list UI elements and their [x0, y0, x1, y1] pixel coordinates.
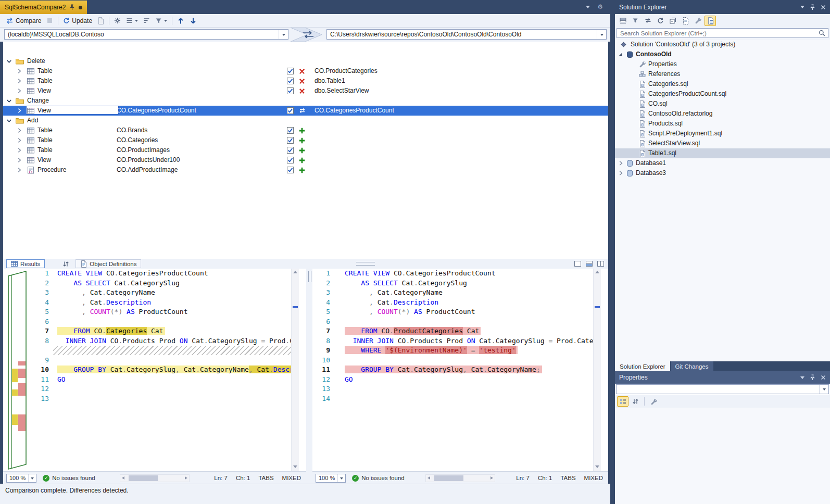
property-pages-button[interactable] — [648, 396, 659, 407]
vertical-scrollbar[interactable] — [593, 269, 601, 471]
code-line[interactable]: 3 , Cat.CategoryName — [312, 288, 601, 298]
zoom-combo[interactable]: 100 % — [6, 474, 36, 483]
tab-object-definitions[interactable]: Object Definitions — [76, 259, 141, 268]
code-line[interactable]: 3 , Cat.CategoryName — [31, 288, 299, 298]
code-line[interactable]: 10 GROUP BY Cat.CategorySlug, Cat.Catego… — [31, 365, 299, 375]
expander-icon[interactable] — [17, 78, 22, 84]
tree-item[interactable]: References — [615, 69, 830, 79]
chevron-down-icon[interactable] — [597, 30, 606, 39]
expander-icon[interactable] — [17, 108, 22, 114]
preview-selected-items-button[interactable] — [705, 16, 716, 26]
code-line[interactable]: 8 INNER JOIN CO.Products Prod ON Cat.Cat… — [31, 336, 299, 346]
search-icon[interactable] — [819, 30, 825, 36]
group-results-button[interactable] — [123, 16, 141, 25]
expander-icon[interactable] — [17, 157, 22, 163]
expander-icon[interactable] — [6, 59, 12, 64]
code-line[interactable]: 13 — [31, 394, 299, 404]
code-line[interactable]: 2 AS SELECT Cat.CategorySlug — [31, 279, 299, 288]
code-line[interactable]: 11GO — [31, 375, 299, 385]
chevron-down-icon[interactable] — [819, 385, 828, 394]
update-button[interactable]: Update — [60, 16, 95, 26]
pending-changes-filter-button[interactable] — [630, 16, 641, 26]
code-line[interactable]: 7 FROM CO.Categories Cat — [31, 326, 299, 336]
grid-row[interactable]: TableCO.Brands — [3, 125, 608, 135]
tree-item[interactable]: SelectStarView.sql — [615, 138, 830, 148]
tab-results[interactable]: Results — [6, 259, 45, 268]
grid-group-row[interactable]: Delete — [3, 56, 608, 66]
tab-git-changes[interactable]: Git Changes — [671, 361, 713, 371]
code-line[interactable]: 13 — [312, 384, 601, 394]
code-line[interactable]: 6 — [31, 317, 299, 327]
code-line[interactable]: 2 AS SELECT Cat.CategorySlug — [312, 279, 601, 288]
include-checkbox[interactable] — [287, 107, 294, 114]
editor-splitter[interactable] — [306, 269, 312, 471]
switch-views-button[interactable] — [617, 16, 628, 26]
code-line[interactable]: 10 — [312, 356, 601, 366]
include-checkbox[interactable] — [287, 127, 294, 134]
vertical-scrollbar[interactable] — [291, 269, 299, 471]
include-checkbox[interactable] — [287, 167, 294, 173]
tree-item[interactable]: Solution 'ContosoOld' (3 of 3 projects) — [615, 40, 830, 49]
source-connection-combo[interactable]: (localdb)\MSSQLLocalDB.Contoso — [4, 29, 288, 40]
code-line[interactable]: 1CREATE VIEW CO.CategoriesProductCount — [31, 269, 299, 279]
grid-row[interactable]: ViewCO.CategoriesProductCountCO.Categori… — [3, 106, 608, 116]
expander-icon[interactable] — [17, 128, 22, 133]
compare-results-grid[interactable]: DeleteTableCO.ProductCategoriesTabledbo.… — [3, 42, 608, 259]
expander-expanded-icon[interactable] — [618, 52, 623, 57]
expander-icon[interactable] — [6, 98, 12, 104]
document-tab[interactable]: SqlSchemaCompare2 — [0, 1, 87, 14]
grid-group-row[interactable]: Add — [3, 116, 608, 125]
close-icon[interactable] — [821, 375, 826, 380]
code-line[interactable]: 6 — [312, 317, 601, 327]
code-line[interactable] — [31, 346, 299, 356]
search-input[interactable] — [617, 28, 828, 38]
tree-item[interactable]: Database3 — [615, 168, 830, 178]
categorized-button[interactable] — [617, 396, 628, 407]
solution-explorer-titlebar[interactable]: Solution Explorer — [615, 0, 830, 14]
code-line[interactable]: 4 , Cat.Description — [312, 298, 601, 308]
target-connection-combo[interactable]: C:\Users\drskwier\source\repos\ContosoOl… — [326, 29, 607, 40]
tree-item[interactable]: CategoriesProductCount.sql — [615, 89, 830, 99]
grid-row[interactable]: TableCO.Categories — [3, 135, 608, 145]
properties-titlebar[interactable]: Properties — [615, 371, 830, 384]
expander-icon[interactable] — [17, 88, 22, 94]
window-options-gear-icon[interactable]: ⚙ — [597, 3, 603, 10]
expander-icon[interactable] — [6, 118, 12, 123]
expander-icon[interactable] — [17, 137, 22, 143]
tree-item[interactable]: Table1.sql — [615, 148, 830, 158]
close-icon[interactable] — [821, 5, 826, 10]
code-line[interactable]: 9 WHERE '$(EnvironmentName)' = 'testing' — [312, 346, 601, 356]
pin-icon[interactable] — [69, 4, 75, 10]
tree-item[interactable]: Script.PreDeployment1.sql — [615, 129, 830, 138]
grid-group-row[interactable]: Change — [3, 96, 608, 106]
tree-item[interactable]: Products.sql — [615, 119, 830, 129]
show-all-files-button[interactable] — [680, 16, 691, 26]
code-line[interactable]: 8 INNER JOIN CO.Products Prod ON Cat.Cat… — [312, 336, 601, 346]
include-checkbox[interactable] — [287, 78, 294, 84]
previous-difference-button[interactable] — [174, 16, 187, 26]
code-line[interactable]: 5 , COUNT(*) AS ProductCount — [312, 307, 601, 317]
compare-button[interactable]: Compare — [3, 16, 44, 26]
properties-object-combo[interactable] — [616, 384, 829, 394]
code-line[interactable]: 12 — [31, 384, 299, 394]
grid-row[interactable]: Tabledbo.Table1 — [3, 76, 608, 86]
code-line[interactable]: 5 , COUNT(*) AS ProductCount — [31, 307, 299, 317]
code-line[interactable]: 12GO — [312, 375, 601, 385]
scroll-up-icon[interactable] — [595, 271, 599, 273]
refresh-button[interactable] — [655, 16, 666, 26]
collapse-all-button[interactable] — [667, 16, 678, 26]
schema-compare-options-button[interactable] — [111, 16, 123, 26]
alphabetical-button[interactable] — [630, 396, 641, 407]
splitter-grip[interactable] — [356, 262, 375, 266]
horizontal-scrollbar[interactable] — [425, 474, 495, 482]
zoom-combo[interactable]: 100 % — [316, 474, 346, 483]
sync-with-active-document-button[interactable] — [642, 16, 653, 26]
chevron-down-icon[interactable] — [279, 30, 288, 39]
pin-icon[interactable] — [810, 374, 815, 381]
scroll-up-icon[interactable] — [293, 271, 297, 273]
grid-row[interactable]: ProcedureCO.AddProductImage — [3, 165, 608, 175]
expander-icon[interactable] — [17, 68, 22, 74]
sort-results-button[interactable] — [141, 16, 153, 25]
expander-icon[interactable] — [17, 147, 22, 153]
tree-item[interactable]: Database1 — [615, 158, 830, 168]
